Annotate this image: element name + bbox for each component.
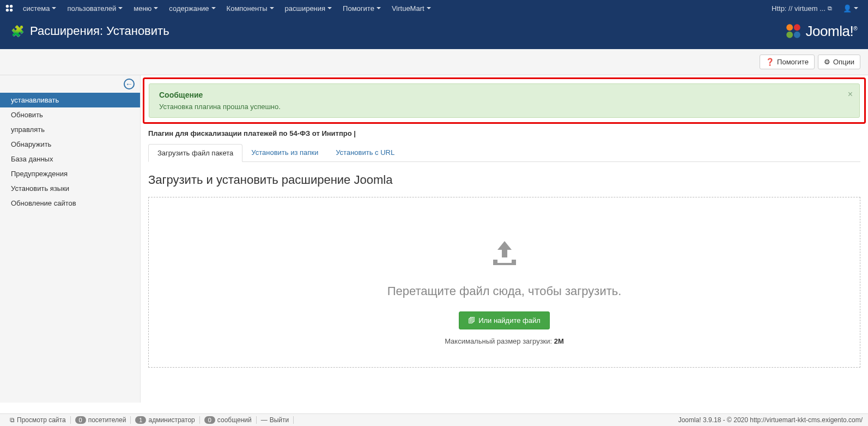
caret-icon xyxy=(270,7,274,9)
sidebar-item-discover[interactable]: Обнаружить xyxy=(0,137,140,152)
site-link[interactable]: Http: // virtuem ...⧉ xyxy=(766,0,837,16)
drop-text: Перетащите файл сюда, чтобы загрузить. xyxy=(160,284,849,298)
browse-file-button[interactable]: 🗐Или найдите файл xyxy=(459,311,550,329)
svg-rect-10 xyxy=(493,263,516,265)
sidebar-collapse-button[interactable]: ← xyxy=(124,79,135,89)
sidebar-item-database[interactable]: База данных xyxy=(0,152,140,166)
upload-icon xyxy=(160,241,849,271)
joomla-logo: Joomla!® xyxy=(784,22,857,40)
caret-icon xyxy=(377,7,381,9)
svg-point-2 xyxy=(6,9,9,11)
gear-icon: ⚙ xyxy=(824,58,830,66)
svg-point-5 xyxy=(793,24,800,31)
caret-icon xyxy=(854,7,858,9)
sidebar-item-manage[interactable]: управлять xyxy=(0,122,140,137)
help-button[interactable]: ❓Помогите xyxy=(760,55,815,69)
section-heading: Загрузить и установить расширение Joomla xyxy=(148,173,860,187)
menu-extensions[interactable]: расширения xyxy=(280,0,338,16)
tab-install-url[interactable]: Установить с URL xyxy=(327,144,403,161)
svg-point-1 xyxy=(10,5,13,8)
top-menu-bar: система пользователей меню содержание Ко… xyxy=(0,0,868,16)
sidebar-item-languages[interactable]: Установить языки xyxy=(0,181,140,196)
menu-users[interactable]: пользователей xyxy=(62,0,128,16)
external-link-icon: ⧉ xyxy=(828,5,832,12)
install-tabs: Загрузить файл пакета Установить из папк… xyxy=(148,144,860,162)
plugin-description: Плагин для фискализации платежей по 54-Ф… xyxy=(148,129,860,137)
tab-upload-package[interactable]: Загрузить файл пакета xyxy=(148,144,242,162)
alert-highlight: × Сообщение Установка плагина прошла усп… xyxy=(143,77,866,124)
svg-point-4 xyxy=(786,24,793,31)
puzzle-icon: 🧩 xyxy=(11,25,25,38)
menu-help[interactable]: Помогите xyxy=(337,0,386,16)
sidebar-item-install[interactable]: устанавливать xyxy=(0,93,140,107)
caret-icon xyxy=(52,7,56,9)
sidebar-item-update-sites[interactable]: Обновление сайтов xyxy=(0,196,140,211)
page-title: Расширения: Установить xyxy=(30,24,169,38)
alert-title: Сообщение xyxy=(159,91,849,99)
caret-icon xyxy=(118,7,123,9)
menu-menus[interactable]: меню xyxy=(128,0,163,16)
user-menu[interactable]: 👤 xyxy=(837,0,864,16)
alert-text: Установка плагина прошла успешно. xyxy=(159,103,849,111)
svg-point-3 xyxy=(10,9,13,11)
menu-virtuemart[interactable]: VirtueMart xyxy=(386,0,436,16)
tab-install-folder[interactable]: Установить из папки xyxy=(242,144,327,161)
max-size-note: Максимальный размер загрузки: 2M xyxy=(160,337,849,345)
svg-point-0 xyxy=(6,5,9,8)
menu-components[interactable]: Компоненты xyxy=(221,0,280,16)
caret-icon xyxy=(427,7,431,9)
toolbar: ❓Помогите ⚙Опции xyxy=(0,49,868,75)
menu-system[interactable]: система xyxy=(17,0,62,16)
joomla-icon xyxy=(4,3,14,13)
upload-dropzone[interactable]: Перетащите файл сюда, чтобы загрузить. 🗐… xyxy=(148,197,860,368)
success-alert: × Сообщение Установка плагина прошла усп… xyxy=(149,83,860,118)
menu-content[interactable]: содержание xyxy=(163,0,221,16)
copy-icon: 🗐 xyxy=(468,316,475,325)
caret-icon xyxy=(154,7,158,9)
page-header: 🧩 Расширения: Установить Joomla!® xyxy=(0,16,868,49)
svg-point-6 xyxy=(786,32,793,38)
caret-icon xyxy=(327,7,332,9)
options-button[interactable]: ⚙Опции xyxy=(818,55,860,69)
caret-icon xyxy=(211,7,216,9)
sidebar-item-update[interactable]: Обновить xyxy=(0,107,140,122)
user-icon: 👤 xyxy=(843,4,852,13)
sidebar-item-warnings[interactable]: Предупреждения xyxy=(0,166,140,181)
close-icon[interactable]: × xyxy=(848,89,853,99)
main-content: × Сообщение Установка плагина прошла усп… xyxy=(141,75,868,403)
svg-point-7 xyxy=(793,32,800,38)
sidebar: ← устанавливать Обновить управлять Обнар… xyxy=(0,75,141,403)
help-icon: ❓ xyxy=(766,58,774,66)
